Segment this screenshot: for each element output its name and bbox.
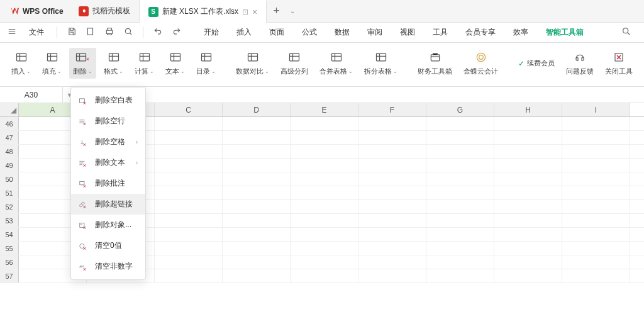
cell[interactable] xyxy=(494,200,562,213)
tool-g2-2[interactable]: 合并表格 ⌄ xyxy=(316,48,357,79)
close-icon[interactable]: × xyxy=(252,7,257,17)
cell[interactable] xyxy=(155,214,223,227)
ribbon-tab-8[interactable]: 会员专享 xyxy=(458,23,503,42)
cell[interactable] xyxy=(562,186,630,199)
dropdown-item-3[interactable]: ×删除文本› xyxy=(71,152,145,173)
dropdown-item-2[interactable]: ×删除空格› xyxy=(71,132,145,152)
col-header[interactable]: I xyxy=(562,103,630,116)
dropdown-item-8[interactable]: ABC×清空非数字 xyxy=(71,256,145,277)
cell[interactable] xyxy=(562,255,630,269)
row-header[interactable]: 49 xyxy=(0,159,19,172)
row-header[interactable]: 56 xyxy=(0,255,19,269)
cell[interactable] xyxy=(155,269,223,283)
cell[interactable] xyxy=(426,269,494,283)
cell[interactable] xyxy=(358,145,426,158)
row-header[interactable]: 54 xyxy=(0,228,19,241)
cell[interactable] xyxy=(291,242,358,255)
cell[interactable] xyxy=(358,159,426,172)
cell[interactable] xyxy=(223,255,291,269)
cell[interactable] xyxy=(426,186,494,199)
cell[interactable] xyxy=(155,242,223,255)
ribbon-tab-1[interactable]: 插入 xyxy=(229,23,259,42)
col-header[interactable]: G xyxy=(426,103,494,116)
tool-g1-4[interactable]: 计算 ⌄ xyxy=(131,48,158,79)
cell[interactable] xyxy=(223,172,291,186)
ribbon-tab-6[interactable]: 视图 xyxy=(392,23,423,42)
new-icon[interactable] xyxy=(84,25,97,40)
cell[interactable] xyxy=(291,131,358,144)
cell[interactable] xyxy=(494,228,562,241)
tool-g3-1[interactable]: 金蝶云会计 xyxy=(460,48,502,79)
cell[interactable] xyxy=(291,255,358,269)
cell[interactable] xyxy=(223,145,291,158)
cell[interactable] xyxy=(155,186,223,199)
file-menu[interactable]: 文件 xyxy=(24,27,49,38)
redo-icon[interactable] xyxy=(170,25,184,40)
cell[interactable] xyxy=(223,228,291,241)
cell[interactable] xyxy=(358,117,426,130)
cell[interactable] xyxy=(426,159,494,172)
row-header[interactable]: 51 xyxy=(0,186,19,199)
cell[interactable] xyxy=(155,172,223,186)
cell[interactable] xyxy=(562,117,630,130)
ribbon-tab-7[interactable]: 工具 xyxy=(425,23,455,42)
tab-template[interactable]: 找稻壳模板 xyxy=(70,0,140,23)
cell[interactable] xyxy=(155,159,223,172)
cell[interactable] xyxy=(426,131,494,144)
ribbon-tab-2[interactable]: 页面 xyxy=(262,23,292,42)
cell[interactable] xyxy=(155,228,223,241)
add-tab-button[interactable]: + xyxy=(267,4,286,18)
col-header[interactable]: C xyxy=(155,103,223,116)
cell[interactable] xyxy=(358,186,426,199)
cell[interactable] xyxy=(562,159,630,172)
cell[interactable] xyxy=(358,172,426,186)
cell[interactable] xyxy=(223,269,291,283)
cell[interactable] xyxy=(494,214,562,227)
tool-g1-6[interactable]: 目录 ⌄ xyxy=(192,48,219,79)
cell[interactable] xyxy=(426,117,494,130)
tool-g2-3[interactable]: 拆分表格 ⌄ xyxy=(360,48,401,79)
cell[interactable] xyxy=(494,117,562,130)
row-header[interactable]: 50 xyxy=(0,172,19,186)
cell[interactable] xyxy=(155,117,223,130)
tool-g2-1[interactable]: 高级分列 xyxy=(277,48,312,79)
col-header[interactable]: E xyxy=(291,103,358,116)
cell[interactable] xyxy=(562,214,630,227)
cell[interactable] xyxy=(223,200,291,213)
ribbon-tab-9[interactable]: 效率 xyxy=(506,23,536,42)
col-header[interactable]: D xyxy=(223,103,291,116)
tool-g4-0[interactable]: ✓续费会员 xyxy=(514,48,558,79)
tool-g3-0[interactable]: 财务工具箱 xyxy=(414,48,456,79)
cell[interactable] xyxy=(291,214,358,227)
tool-g4-2[interactable]: 关闭工具 xyxy=(601,48,636,79)
cell[interactable] xyxy=(155,255,223,269)
cell[interactable] xyxy=(426,242,494,255)
row-header[interactable]: 47 xyxy=(0,131,19,144)
row-header[interactable]: 57 xyxy=(0,269,19,283)
cell[interactable] xyxy=(358,255,426,269)
cell[interactable] xyxy=(562,269,630,283)
cell[interactable] xyxy=(426,214,494,227)
cell[interactable] xyxy=(223,159,291,172)
cell[interactable] xyxy=(494,159,562,172)
cell[interactable] xyxy=(358,131,426,144)
row-header[interactable]: 55 xyxy=(0,242,19,255)
tool-g1-2[interactable]: ×删除 ⌄ xyxy=(69,48,96,79)
row-header[interactable]: 52 xyxy=(0,200,19,213)
cell[interactable] xyxy=(291,159,358,172)
cell[interactable] xyxy=(494,172,562,186)
ribbon-tab-10[interactable]: 智能工具箱 xyxy=(538,23,591,42)
row-header[interactable]: 46 xyxy=(0,117,19,130)
name-box[interactable]: A30 xyxy=(0,87,63,103)
cell[interactable] xyxy=(291,186,358,199)
cell[interactable] xyxy=(494,242,562,255)
col-header[interactable]: H xyxy=(494,103,562,116)
row-header[interactable]: 53 xyxy=(0,214,19,227)
cell[interactable] xyxy=(494,255,562,269)
ribbon-tab-0[interactable]: 开始 xyxy=(196,23,226,42)
dropdown-item-7[interactable]: ×清空0值 xyxy=(71,235,145,256)
cell[interactable] xyxy=(291,228,358,241)
ribbon-tab-5[interactable]: 审阅 xyxy=(360,23,390,42)
tool-g1-5[interactable]: 文本 ⌄ xyxy=(162,48,189,79)
cell[interactable] xyxy=(562,145,630,158)
